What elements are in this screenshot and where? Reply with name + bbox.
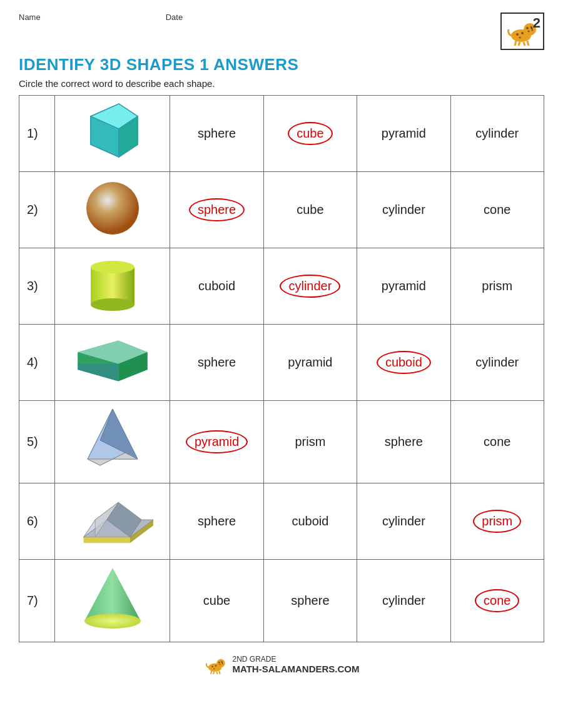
shapes-table: 1) spherecubepyramidcylinder2) spherecub… xyxy=(19,95,544,642)
table-row: 7) cubespherecylindercone xyxy=(19,560,544,642)
shape-image xyxy=(55,401,170,483)
svg-point-47 xyxy=(215,665,217,667)
answer-word: pyramid xyxy=(170,401,263,483)
svg-point-42 xyxy=(218,662,220,664)
svg-line-49 xyxy=(211,671,211,674)
row-number: 6) xyxy=(19,483,55,560)
svg-point-7 xyxy=(521,32,524,34)
logo-number: 2 xyxy=(533,15,540,31)
answer-word: pyramid xyxy=(263,325,357,401)
svg-point-2 xyxy=(526,27,529,29)
answer-word: cube xyxy=(263,96,357,172)
svg-point-45 xyxy=(220,664,221,665)
answer-word: cuboid xyxy=(170,248,263,325)
answer-word: cuboid xyxy=(263,483,357,560)
answer-word: sphere xyxy=(263,560,357,642)
svg-point-8 xyxy=(519,37,521,39)
answer-word: cylinder xyxy=(450,96,544,172)
footer-line2: MATH-SALAMANDERS.COM xyxy=(232,664,359,674)
row-number: 7) xyxy=(19,560,55,642)
svg-point-46 xyxy=(212,666,214,668)
svg-point-53 xyxy=(221,662,223,663)
circled-answer: prism xyxy=(473,510,521,533)
footer-icon xyxy=(203,654,228,675)
answer-word: sphere xyxy=(170,96,263,172)
table-row: 6) spherecuboidcylinderprism xyxy=(19,483,544,560)
answer-word: pyramid xyxy=(357,96,450,172)
svg-point-44 xyxy=(222,663,223,664)
circled-answer: sphere xyxy=(189,198,245,221)
name-label: Name xyxy=(19,13,41,22)
row-number: 3) xyxy=(19,248,55,325)
svg-line-11 xyxy=(524,42,525,46)
footer-logo: 2ND GRADE MATH-SALAMANDERS.COM xyxy=(203,654,359,675)
shape-image xyxy=(55,172,170,248)
svg-line-52 xyxy=(220,671,220,674)
row-number: 4) xyxy=(19,325,55,401)
answer-word: sphere xyxy=(170,483,263,560)
logo-box: 2 xyxy=(500,13,544,50)
row-number: 5) xyxy=(19,401,55,483)
svg-line-51 xyxy=(217,672,218,674)
circled-answer: cylinder xyxy=(280,275,340,298)
answer-word: prism xyxy=(450,248,544,325)
answer-word: cube xyxy=(263,172,357,248)
answer-word: cylinder xyxy=(357,483,450,560)
table-row: 4) spherepyramidcuboidcylinder xyxy=(19,325,544,401)
footer: 2ND GRADE MATH-SALAMANDERS.COM xyxy=(19,654,544,678)
answer-word: cylinder xyxy=(357,560,450,642)
svg-point-6 xyxy=(516,33,519,36)
svg-line-12 xyxy=(527,41,529,46)
page-title: IDENTIFY 3D SHAPES 1 ANSWERS xyxy=(19,55,544,74)
answer-word: cone xyxy=(450,401,544,483)
shape-image xyxy=(55,96,170,172)
table-row: 5) pyramidprismspherecone xyxy=(19,401,544,483)
subtitle: Circle the correct word to describe each… xyxy=(19,78,544,89)
svg-line-50 xyxy=(213,672,214,674)
row-number: 2) xyxy=(19,172,55,248)
shape-image xyxy=(55,248,170,325)
svg-point-22 xyxy=(91,298,134,311)
svg-marker-38 xyxy=(84,568,141,621)
circled-answer: cuboid xyxy=(377,351,431,374)
name-date: Name Date xyxy=(19,13,183,22)
table-row: 2) spherecubecylindercone xyxy=(19,172,544,248)
shape-image xyxy=(55,560,170,642)
answer-word: cylinder xyxy=(450,325,544,401)
answer-word: prism xyxy=(450,483,544,560)
answer-word: cone xyxy=(450,560,544,642)
top-bar: Name Date 2 xyxy=(19,13,544,50)
answer-word: cone xyxy=(450,172,544,248)
answer-word: cube xyxy=(170,560,263,642)
svg-marker-27 xyxy=(78,364,118,382)
answer-word: cylinder xyxy=(263,248,357,325)
row-number: 1) xyxy=(19,96,55,172)
circled-answer: cone xyxy=(475,589,519,612)
svg-marker-36 xyxy=(83,537,129,543)
answer-word: cuboid xyxy=(357,325,450,401)
answer-word: cylinder xyxy=(357,172,450,248)
footer-line1: 2ND GRADE xyxy=(232,655,359,664)
answer-word: sphere xyxy=(170,325,263,401)
shape-image xyxy=(55,325,170,401)
svg-line-9 xyxy=(515,41,516,46)
answer-word: sphere xyxy=(170,172,263,248)
svg-line-10 xyxy=(519,42,520,46)
svg-point-39 xyxy=(84,614,141,629)
answer-word: prism xyxy=(263,401,357,483)
shape-image xyxy=(55,483,170,560)
svg-point-5 xyxy=(528,31,530,33)
table-row: 3) cuboidcylinderpyramidprism xyxy=(19,248,544,325)
svg-point-20 xyxy=(91,261,134,273)
svg-point-48 xyxy=(214,668,215,669)
table-row: 1) spherecubepyramidcylinder xyxy=(19,96,544,172)
circled-answer: pyramid xyxy=(186,430,248,453)
svg-point-41 xyxy=(217,659,225,667)
svg-point-18 xyxy=(86,182,139,235)
date-label: Date xyxy=(166,13,183,22)
answer-word: pyramid xyxy=(357,248,450,325)
answer-word: sphere xyxy=(357,401,450,483)
circled-answer: cube xyxy=(288,122,332,145)
footer-text: 2ND GRADE MATH-SALAMANDERS.COM xyxy=(232,655,359,674)
